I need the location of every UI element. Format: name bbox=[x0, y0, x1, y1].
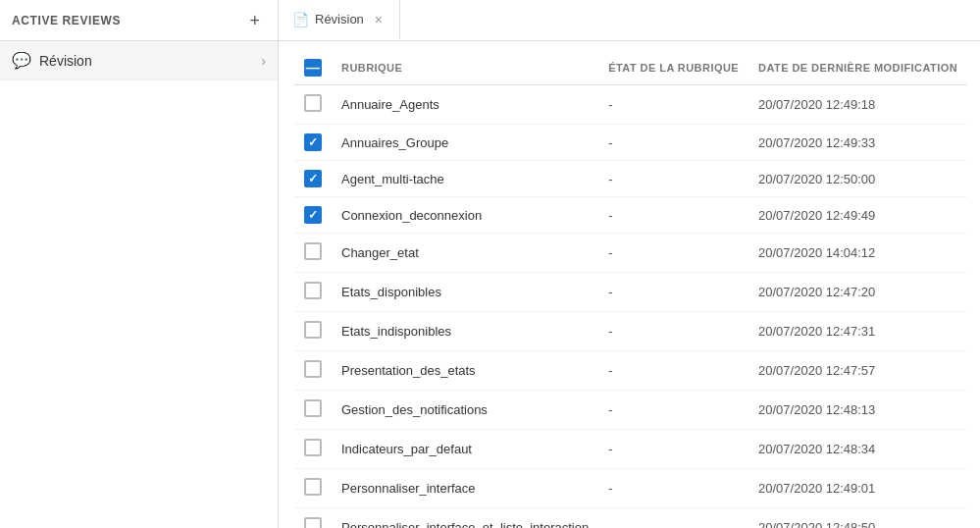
etat-cell: - bbox=[598, 197, 748, 234]
row-checkbox[interactable] bbox=[304, 282, 322, 299]
date-cell: 20/07/2020 12:48:13 bbox=[748, 391, 967, 430]
date-cell: 20/07/2020 12:50:00 bbox=[748, 161, 967, 197]
etat-cell: - bbox=[598, 508, 748, 529]
date-cell: 20/07/2020 12:47:57 bbox=[748, 351, 967, 391]
sidebar-item-revision[interactable]: 💬 Révision › bbox=[0, 41, 278, 80]
rubrique-cell: Connexion_deconnexion bbox=[332, 197, 598, 234]
row-checkbox[interactable] bbox=[304, 478, 322, 496]
row-checkbox[interactable]: ✓ bbox=[304, 170, 322, 187]
table-header: — RUBRIQUE ÉTAT DE LA RUBRIQUE DATE DE D… bbox=[294, 51, 967, 85]
etat-cell: - bbox=[598, 273, 748, 312]
sidebar-header: ACTIVE REVIEWS + bbox=[0, 0, 278, 41]
date-cell: 20/07/2020 12:49:33 bbox=[748, 125, 967, 161]
table-container: — RUBRIQUE ÉTAT DE LA RUBRIQUE DATE DE D… bbox=[279, 41, 980, 528]
date-cell: 20/07/2020 12:48:34 bbox=[748, 430, 967, 469]
rubrique-cell: Annuaire_Agents bbox=[332, 85, 598, 125]
checkbox-cell bbox=[294, 469, 332, 508]
document-icon: 📄 bbox=[292, 12, 309, 27]
rubrique-cell: Changer_etat bbox=[332, 234, 598, 273]
rubrique-cell: Personnaliser_interface_et_liste_interac… bbox=[332, 508, 598, 529]
table-row: Etats_disponibles-20/07/2020 12:47:20 bbox=[294, 273, 967, 312]
date-cell: 20/07/2020 12:47:20 bbox=[748, 273, 967, 312]
table-body: Annuaire_Agents-20/07/2020 12:49:18✓Annu… bbox=[294, 85, 967, 529]
etat-cell: - bbox=[598, 391, 748, 430]
header-rubrique: RUBRIQUE bbox=[332, 51, 598, 85]
etat-cell: - bbox=[598, 312, 748, 351]
table-row: Changer_etat-20/07/2020 14:04:12 bbox=[294, 234, 967, 273]
tab-close-button[interactable]: × bbox=[372, 12, 386, 27]
row-checkbox[interactable] bbox=[304, 360, 322, 378]
checkbox-cell: ✓ bbox=[294, 125, 332, 161]
date-cell: 20/07/2020 12:49:49 bbox=[748, 197, 967, 234]
add-review-button[interactable]: + bbox=[243, 10, 266, 31]
header-etat: ÉTAT DE LA RUBRIQUE bbox=[598, 51, 748, 85]
date-cell: 20/07/2020 14:04:12 bbox=[748, 234, 967, 273]
table-row: ✓Annuaires_Groupe-20/07/2020 12:49:33 bbox=[294, 125, 967, 161]
rubrique-cell: Agent_multi-tache bbox=[332, 161, 598, 197]
date-cell: 20/07/2020 12:48:50 bbox=[748, 508, 967, 529]
main-panel: 📄 Révision × — RUBRIQUE ÉTAT DE LA RUBRI… bbox=[279, 0, 980, 528]
checkbox-cell bbox=[294, 508, 332, 529]
row-checkbox[interactable] bbox=[304, 439, 322, 456]
table-row: ✓Agent_multi-tache-20/07/2020 12:50:00 bbox=[294, 161, 967, 197]
checkbox-cell bbox=[294, 430, 332, 469]
row-checkbox[interactable] bbox=[304, 94, 322, 112]
comment-icon: 💬 bbox=[12, 51, 31, 70]
checkbox-cell bbox=[294, 391, 332, 430]
etat-cell: - bbox=[598, 234, 748, 273]
table-row: Personnaliser_interface-20/07/2020 12:49… bbox=[294, 469, 967, 508]
rubrique-table: — RUBRIQUE ÉTAT DE LA RUBRIQUE DATE DE D… bbox=[294, 51, 967, 528]
row-checkbox[interactable] bbox=[304, 399, 322, 417]
chevron-right-icon: › bbox=[261, 53, 266, 69]
row-checkbox[interactable]: ✓ bbox=[304, 133, 322, 151]
select-all-checkbox[interactable]: — bbox=[304, 59, 322, 77]
table-row: Annuaire_Agents-20/07/2020 12:49:18 bbox=[294, 85, 967, 125]
row-checkbox[interactable] bbox=[304, 321, 322, 339]
sidebar: ACTIVE REVIEWS + 💬 Révision › bbox=[0, 0, 279, 528]
checkbox-cell bbox=[294, 351, 332, 391]
row-checkbox[interactable] bbox=[304, 242, 322, 260]
date-cell: 20/07/2020 12:49:18 bbox=[748, 85, 967, 125]
checkbox-cell bbox=[294, 234, 332, 273]
table-row: Indicateurs_par_defaut-20/07/2020 12:48:… bbox=[294, 430, 967, 469]
tab-revision[interactable]: 📄 Révision × bbox=[279, 0, 400, 40]
header-checkbox-cell: — bbox=[294, 51, 332, 85]
checkbox-cell: ✓ bbox=[294, 197, 332, 234]
date-cell: 20/07/2020 12:49:01 bbox=[748, 469, 967, 508]
etat-cell: - bbox=[598, 85, 748, 125]
rubrique-cell: Annuaires_Groupe bbox=[332, 125, 598, 161]
table-row: Gestion_des_notifications-20/07/2020 12:… bbox=[294, 391, 967, 430]
rubrique-cell: Indicateurs_par_defaut bbox=[332, 430, 598, 469]
rubrique-cell: Personnaliser_interface bbox=[332, 469, 598, 508]
sidebar-item-label: Révision bbox=[39, 53, 261, 69]
row-checkbox[interactable] bbox=[304, 517, 322, 528]
etat-cell: - bbox=[598, 430, 748, 469]
etat-cell: - bbox=[598, 125, 748, 161]
sidebar-title: ACTIVE REVIEWS bbox=[12, 14, 121, 27]
rubrique-cell: Etats_indisponibles bbox=[332, 312, 598, 351]
row-checkbox[interactable]: ✓ bbox=[304, 206, 322, 224]
table-row: Etats_indisponibles-20/07/2020 12:47:31 bbox=[294, 312, 967, 351]
table-row: ✓Connexion_deconnexion-20/07/2020 12:49:… bbox=[294, 197, 967, 234]
checkbox-cell bbox=[294, 312, 332, 351]
rubrique-cell: Presentation_des_etats bbox=[332, 351, 598, 391]
rubrique-cell: Etats_disponibles bbox=[332, 273, 598, 312]
checkbox-cell bbox=[294, 273, 332, 312]
etat-cell: - bbox=[598, 161, 748, 197]
checkbox-cell: ✓ bbox=[294, 161, 332, 197]
table-row: Presentation_des_etats-20/07/2020 12:47:… bbox=[294, 351, 967, 391]
checkbox-cell bbox=[294, 85, 332, 125]
rubrique-cell: Gestion_des_notifications bbox=[332, 391, 598, 430]
tabs-bar: 📄 Révision × bbox=[279, 0, 980, 41]
etat-cell: - bbox=[598, 469, 748, 508]
tab-label: Révision bbox=[315, 12, 364, 26]
date-cell: 20/07/2020 12:47:31 bbox=[748, 312, 967, 351]
header-date: DATE DE DERNIÈRE MODIFICATION bbox=[748, 51, 967, 85]
etat-cell: - bbox=[598, 351, 748, 391]
table-row: Personnaliser_interface_et_liste_interac… bbox=[294, 508, 967, 529]
